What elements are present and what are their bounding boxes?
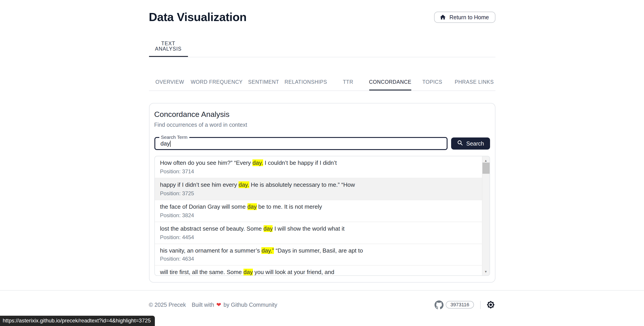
scrollbar-thumb[interactable] xyxy=(482,163,490,174)
result-position: Position: 3714 xyxy=(160,168,476,175)
concordance-result-row[interactable]: his vanity, an ornament for a summer’s d… xyxy=(154,244,482,266)
home-icon xyxy=(440,14,446,21)
card-title: Concordance Analysis xyxy=(154,110,490,119)
highlighted-match: day. xyxy=(252,159,263,166)
scrollbar-down-arrow-icon[interactable]: ▼ xyxy=(482,268,490,274)
analysis-tab-ttr[interactable]: TTR xyxy=(327,74,369,91)
card-subtitle: Find occurrences of a word in context xyxy=(154,122,490,128)
analysis-tab-sentiment[interactable]: SENTIMENT xyxy=(242,74,284,91)
copyright-text: © 2025 Precek xyxy=(149,301,186,308)
github-count-badge[interactable]: 3973116 xyxy=(446,301,474,308)
analysis-tab-bar: OVERVIEWWORD FREQUENCYSENTIMENTRELATIONS… xyxy=(149,74,495,91)
text-cursor xyxy=(170,140,171,147)
highlighted-match: day. xyxy=(238,181,249,188)
results-list: How often do you see him?” “Every day. I… xyxy=(154,156,490,276)
result-position: Position: 4634 xyxy=(160,256,476,262)
search-term-value: day xyxy=(155,140,170,147)
search-row: Search Term day Search xyxy=(154,137,490,150)
built-with-text: Built with ❤ by Github Community xyxy=(192,301,277,308)
settings-gear-icon[interactable] xyxy=(486,300,495,309)
analysis-tab-relationships[interactable]: RELATIONSHIPS xyxy=(285,74,327,91)
results-scrollbar[interactable]: ▲ ▼ xyxy=(482,156,490,275)
page-title: Data Visualization xyxy=(149,10,246,24)
highlighted-match: day xyxy=(247,203,257,210)
footer-separator xyxy=(480,301,480,309)
return-home-button[interactable]: Return to Home xyxy=(434,12,495,23)
search-term-label: Search Term xyxy=(159,135,189,140)
concordance-card: Concordance Analysis Find occurrences of… xyxy=(149,103,495,282)
heart-icon: ❤ xyxy=(216,301,221,308)
highlighted-match: day xyxy=(263,225,273,232)
search-term-input[interactable]: Search Term day xyxy=(154,137,448,150)
concordance-result-row[interactable]: will tire first, all the same. Some day … xyxy=(154,266,482,275)
concordance-result-row[interactable]: the face of Dorian Gray will some day be… xyxy=(154,200,482,222)
tab-text-analysis[interactable]: TEXT ANALYSIS xyxy=(149,36,188,57)
github-icon[interactable] xyxy=(435,300,444,309)
concordance-result-row[interactable]: lost the abstract sense of beauty. Some … xyxy=(154,222,482,244)
status-bar-url: https://asterixix.github.io/precek/readt… xyxy=(0,316,155,326)
analysis-tab-concordance[interactable]: CONCORDANCE xyxy=(369,74,411,91)
result-position: Position: 3824 xyxy=(160,212,476,218)
highlighted-match: day.” xyxy=(262,247,274,254)
header: Data Visualization Return to Home xyxy=(149,0,495,24)
search-button-label: Search xyxy=(466,140,484,147)
result-position: Position: 3725 xyxy=(160,190,476,197)
search-button[interactable]: Search xyxy=(451,137,490,150)
footer: © 2025 Precek Built with ❤ by Github Com… xyxy=(149,291,495,309)
analysis-tab-word-frequency[interactable]: WORD FREQUENCY xyxy=(191,74,242,91)
concordance-result-row[interactable]: happy if I didn’t see him every day. He … xyxy=(154,178,482,200)
analysis-tab-topics[interactable]: TOPICS xyxy=(411,74,453,91)
analysis-tab-overview[interactable]: OVERVIEW xyxy=(149,74,191,91)
analysis-tab-phrase-links[interactable]: PHRASE LINKS xyxy=(453,74,495,91)
result-position: Position: 4454 xyxy=(160,234,476,240)
primary-tab-bar: TEXT ANALYSIS xyxy=(149,36,495,57)
highlighted-match: day xyxy=(244,269,253,275)
concordance-result-row[interactable]: How often do you see him?” “Every day. I… xyxy=(154,156,482,178)
return-home-label: Return to Home xyxy=(450,14,489,20)
page: Data Visualization Return to Home TEXT A… xyxy=(0,0,644,326)
search-icon xyxy=(457,140,463,147)
